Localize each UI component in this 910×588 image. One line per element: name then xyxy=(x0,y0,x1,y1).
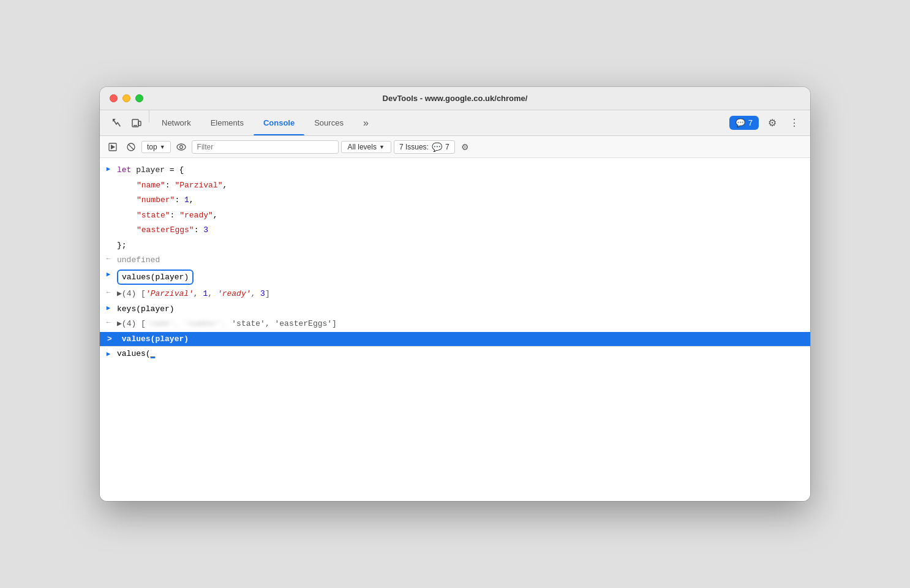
log-levels-selector[interactable]: All levels ▼ xyxy=(341,141,391,153)
context-selector[interactable]: top ▼ xyxy=(141,141,171,153)
issues-counter[interactable]: 7 Issues: 💬 7 xyxy=(394,140,455,154)
console-line: ▶ let player = { xyxy=(100,163,810,178)
maximize-button[interactable] xyxy=(135,94,143,102)
tab-separator xyxy=(149,110,149,123)
settings-btn[interactable]: ⚙ xyxy=(764,115,781,132)
more-options-btn[interactable]: ⋮ xyxy=(786,115,803,132)
console-input-line: ▶ values(_ xyxy=(100,346,810,362)
line-indent xyxy=(100,179,117,180)
expand-arrow: ▶ xyxy=(100,349,117,358)
tab-elements[interactable]: Elements xyxy=(201,110,254,135)
filter-input[interactable] xyxy=(192,140,339,154)
console-line-partial: ← ▶(4) ['name', 'number', 'state', 'east… xyxy=(100,317,810,332)
console-line: }; xyxy=(100,238,810,254)
console-line: "name": "Parzival", xyxy=(100,178,810,194)
expand-arrow[interactable]: ▶ xyxy=(100,303,117,312)
line-indent xyxy=(100,194,117,195)
chevron-down-icon: ▼ xyxy=(160,144,165,150)
console-line-return: ← undefined xyxy=(100,253,810,268)
expand-arrow[interactable]: ▶ xyxy=(100,164,117,173)
console-content: ▶ let player = { "name": "Parzival", "nu… xyxy=(100,158,810,501)
console-line-keys: ▶ keys(player) xyxy=(100,302,810,317)
issues-label: 7 Issues: xyxy=(399,143,429,151)
clear-btn[interactable] xyxy=(123,139,139,155)
highlighted-command: values(player) xyxy=(117,270,194,285)
svg-point-8 xyxy=(179,145,182,148)
svg-rect-1 xyxy=(138,121,141,126)
return-arrow: ← xyxy=(100,318,117,326)
device-toggle-btn[interactable] xyxy=(127,110,146,135)
issues-count: 7 xyxy=(748,118,753,127)
run-btn[interactable] xyxy=(105,139,121,155)
log-levels-label: All levels xyxy=(348,143,377,151)
svg-line-6 xyxy=(129,145,133,149)
autocomplete-text: values(player) xyxy=(122,334,189,344)
line-indent xyxy=(100,239,117,240)
window-title: DevTools - www.google.co.uk/chrome/ xyxy=(383,94,528,103)
svg-marker-4 xyxy=(111,145,115,149)
tab-sources[interactable]: Sources xyxy=(304,110,353,135)
traffic-lights xyxy=(110,94,143,102)
autocomplete-suggestion[interactable]: > values(player) xyxy=(100,332,810,346)
tabs-right: 💬 7 ⚙ ⋮ xyxy=(729,110,803,135)
issues-badge-icon: 💬 xyxy=(432,142,442,152)
console-line-highlighted: ▶ values(player) xyxy=(100,268,810,287)
console-line-result: ← ▶(4) ['Parzival', 1, 'ready', 3] xyxy=(100,287,810,302)
line-indent xyxy=(100,224,117,225)
more-tabs-btn[interactable]: » xyxy=(353,110,378,135)
devtools-window: DevTools - www.google.co.uk/chrome/ Netw… xyxy=(100,87,810,501)
return-arrow: ← xyxy=(100,288,117,296)
eye-btn[interactable] xyxy=(173,139,189,155)
issues-icon: 💬 xyxy=(735,118,745,127)
minimize-button[interactable] xyxy=(122,94,130,102)
autocomplete-arrow: > xyxy=(107,334,112,344)
line-indent xyxy=(100,209,117,210)
console-toolbar: top ▼ All levels ▼ 7 Issues: 💬 7 ⚙ xyxy=(100,136,810,158)
tabs-spacer xyxy=(378,110,729,135)
console-settings-btn[interactable]: ⚙ xyxy=(457,139,473,155)
chevron-down-icon: ▼ xyxy=(379,144,385,150)
console-line: "state": "ready", xyxy=(100,208,810,224)
close-button[interactable] xyxy=(110,94,118,102)
svg-point-7 xyxy=(177,144,186,150)
issues-num: 7 xyxy=(445,143,449,151)
title-bar: DevTools - www.google.co.uk/chrome/ xyxy=(100,87,810,110)
context-label: top xyxy=(147,143,157,151)
tab-network[interactable]: Network xyxy=(152,110,201,135)
tab-console[interactable]: Console xyxy=(254,110,304,135)
expand-arrow[interactable]: ▶ xyxy=(100,270,117,278)
return-arrow: ← xyxy=(100,254,117,262)
console-line: "easterEggs": 3 xyxy=(100,223,810,238)
issues-badge[interactable]: 💬 7 xyxy=(729,116,759,130)
inspect-icon-btn[interactable] xyxy=(107,110,127,135)
console-line: "number": 1, xyxy=(100,193,810,208)
tabs-bar: Network Elements Console Sources » 💬 7 ⚙… xyxy=(100,110,810,136)
